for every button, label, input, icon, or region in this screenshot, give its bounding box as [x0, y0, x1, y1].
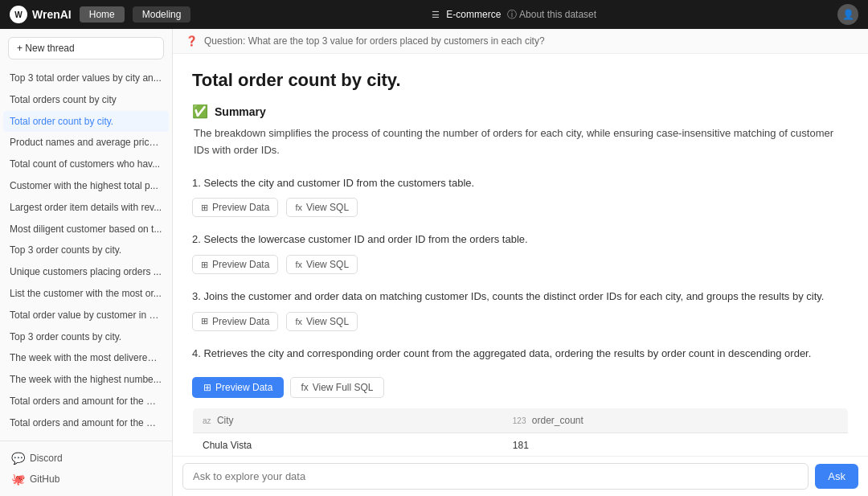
- summary-text: The breakdown simplifies the process of …: [192, 125, 849, 159]
- step-title-1: 1. Selects the city and customer ID from…: [192, 175, 849, 192]
- step-sql-label-1: View SQL: [306, 202, 349, 213]
- step-title-4: 4. Retrieves the city and corresponding …: [192, 346, 849, 363]
- footer-icon-0: 💬: [11, 452, 25, 465]
- step-preview-button-2[interactable]: ⊞ Preview Data: [192, 255, 278, 274]
- sidebar-footer-item-1[interactable]: 🐙 GitHub: [6, 469, 166, 490]
- sidebar-item-15[interactable]: Total orders and amount for the m...: [3, 391, 169, 412]
- about-link[interactable]: ⓘ About this dataset: [507, 8, 596, 22]
- summary-header: ✅ Summary: [192, 104, 849, 119]
- dataset-name: E-commerce: [446, 9, 501, 20]
- sidebar-item-8[interactable]: Top 3 order counts by city.: [3, 240, 169, 261]
- home-nav-button[interactable]: Home: [80, 6, 125, 23]
- sidebar-item-4[interactable]: Total count of customers who hav...: [3, 154, 169, 175]
- sidebar-item-9[interactable]: Unique customers placing orders ...: [3, 261, 169, 283]
- step-preview-button-3[interactable]: ⊞ Preview Data: [192, 312, 278, 331]
- cell-order-count-0: 181: [503, 432, 849, 456]
- col-header-order-count: 123 order_count: [503, 408, 849, 432]
- step-preview-button-1[interactable]: ⊞ Preview Data: [192, 198, 278, 217]
- step-3: 3. Joins the customer and order data on …: [192, 289, 849, 331]
- preview-icon: ⊞: [203, 382, 211, 393]
- dataset-icon: ☰: [432, 10, 440, 20]
- step-title-2: 2. Selects the lowercase customer ID and…: [192, 232, 849, 248]
- step-actions-1: ⊞ Preview Data fx View SQL: [192, 198, 849, 217]
- preview-actions: ⊞ Preview Data fx View Full SQL: [192, 377, 849, 398]
- col-header-city: az City: [193, 408, 503, 432]
- step-actions-3: ⊞ Preview Data fx View SQL: [192, 312, 849, 331]
- sidebar-item-7[interactable]: Most diligent customer based on t...: [3, 219, 169, 240]
- sidebar-item-16[interactable]: Total orders and amount for the m...: [3, 412, 169, 434]
- sql-label: View Full SQL: [313, 382, 374, 393]
- table-row-0: Chula Vista 181: [193, 432, 849, 456]
- sidebar-item-12[interactable]: Top 3 order counts by city.: [3, 326, 169, 348]
- check-icon: ✅: [192, 104, 208, 119]
- step-1: 1. Selects the city and customer ID from…: [192, 175, 849, 218]
- step-sql-label-2: View SQL: [306, 259, 349, 270]
- question-bar: ❓ Question: What are the top 3 value for…: [173, 29, 868, 54]
- step-preview-icon-2: ⊞: [201, 260, 208, 270]
- question-icon: ❓: [186, 35, 198, 47]
- step-actions-2: ⊞ Preview Data fx View SQL: [192, 255, 849, 274]
- step-preview-icon-1: ⊞: [201, 203, 208, 213]
- sidebar-item-3[interactable]: Product names and average price...: [3, 132, 169, 154]
- content-body: Total order count by city. ✅ Summary The…: [173, 54, 868, 456]
- step-sql-icon-1: fx: [295, 203, 302, 212]
- brand-name: WrenAI: [32, 8, 72, 21]
- step-preview-label-1: Preview Data: [212, 202, 269, 213]
- sidebar-footer-item-0[interactable]: 💬 Discord: [6, 448, 166, 469]
- cell-city-0: Chula Vista: [193, 432, 503, 456]
- step-sql-icon-3: fx: [295, 317, 302, 326]
- footer-icon-1: 🐙: [11, 473, 25, 486]
- nav-center: ☰ E-commerce ⓘ About this dataset: [199, 8, 829, 22]
- step-2: 2. Selects the lowercase customer ID and…: [192, 232, 849, 274]
- bottom-bar: Ask: [173, 456, 868, 496]
- footer-label-1: GitHub: [30, 473, 59, 485]
- modeling-nav-button[interactable]: Modeling: [133, 6, 191, 23]
- brand-icon: W: [10, 6, 27, 23]
- avatar[interactable]: 👤: [837, 4, 858, 25]
- question-text: Question: What are the top 3 value for o…: [204, 35, 545, 47]
- table-header-row: az City 123 order_count: [193, 408, 849, 432]
- step-4: 4. Retrieves the city and corresponding …: [192, 346, 849, 363]
- sidebar-item-5[interactable]: Customer with the highest total p...: [3, 175, 169, 197]
- nav-right: 👤: [837, 4, 858, 25]
- ask-input[interactable]: [182, 463, 809, 490]
- sidebar-item-1[interactable]: Total orders count by city: [3, 89, 169, 111]
- brand-icon-text: W: [14, 10, 22, 19]
- step-title-3: 3. Joins the customer and order data on …: [192, 289, 849, 305]
- sidebar-item-13[interactable]: The week with the most delivered ...: [3, 347, 169, 369]
- step-preview-label-2: Preview Data: [212, 259, 269, 270]
- view-full-sql-button[interactable]: fx View Full SQL: [290, 377, 383, 398]
- preview-data-button[interactable]: ⊞ Preview Data: [192, 377, 284, 398]
- brand: W WrenAI: [10, 6, 72, 23]
- data-table: az City 123 order_count Chula Vista 181 …: [192, 408, 849, 456]
- step-sql-label-3: View SQL: [306, 316, 349, 327]
- sidebar-item-2[interactable]: Total order count by city.: [3, 111, 169, 133]
- sidebar-item-14[interactable]: The week with the highest numbe...: [3, 369, 169, 391]
- preview-label: Preview Data: [215, 382, 272, 393]
- step-sql-button-2[interactable]: fx View SQL: [286, 255, 358, 274]
- ask-button[interactable]: Ask: [815, 464, 858, 489]
- sidebar-item-6[interactable]: Largest order item details with rev...: [3, 197, 169, 219]
- content-area: ❓ Question: What are the top 3 value for…: [173, 29, 868, 496]
- sidebar-item-11[interactable]: Total order value by customer in e...: [3, 305, 169, 326]
- col-label-order-count: order_count: [532, 415, 583, 426]
- step-preview-label-3: Preview Data: [212, 316, 269, 327]
- sidebar-item-0[interactable]: Top 3 total order values by city an...: [3, 68, 169, 89]
- step-sql-button-1[interactable]: fx View SQL: [286, 198, 358, 217]
- summary-label: Summary: [215, 105, 266, 118]
- sidebar-item-17[interactable]: Total orders and amount for the pr...: [3, 434, 169, 441]
- fx-icon: fx: [301, 382, 308, 393]
- top-nav: W WrenAI Home Modeling ☰ E-commerce ⓘ Ab…: [0, 0, 868, 29]
- sidebar-item-10[interactable]: List the customer with the most or...: [3, 283, 169, 305]
- step-sql-icon-2: fx: [295, 260, 302, 269]
- preview-section: 4. Retrieves the city and corresponding …: [192, 346, 849, 456]
- sidebar-footer: 💬 Discord🐙 GitHub: [0, 441, 172, 496]
- col-type-city: az: [203, 416, 211, 425]
- new-thread-button[interactable]: + New thread: [8, 37, 164, 59]
- step-preview-icon-3: ⊞: [201, 316, 208, 326]
- step-sql-button-3[interactable]: fx View SQL: [286, 312, 358, 331]
- sidebar: + New thread Top 3 total order values by…: [0, 29, 173, 496]
- main-layout: + New thread Top 3 total order values by…: [0, 29, 868, 496]
- col-type-order-count: 123: [513, 416, 526, 425]
- page-title: Total order count by city.: [192, 70, 849, 91]
